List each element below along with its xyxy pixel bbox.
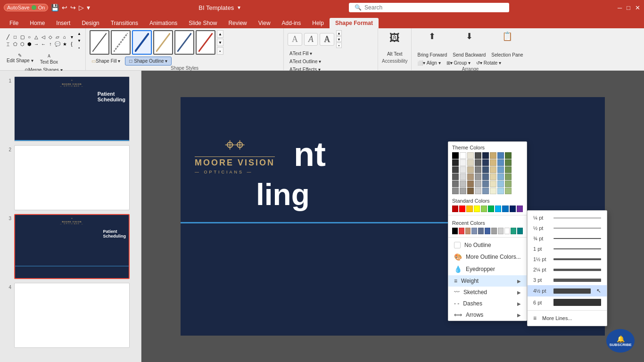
std-swatch-blue[interactable]: [502, 206, 508, 212]
bring-forward-btn[interactable]: ⬆ Bring Forward: [415, 30, 449, 58]
wordart-scroll-down[interactable]: ▼: [336, 36, 342, 42]
shapes-expand[interactable]: ▪: [76, 44, 83, 51]
no-outline-item[interactable]: No Outline: [448, 239, 527, 251]
recent-swatch-3[interactable]: [465, 228, 471, 234]
theme-swatch[interactable]: [452, 181, 459, 187]
theme-swatch[interactable]: [467, 181, 474, 187]
slide-thumb-4[interactable]: 4: [0, 281, 141, 350]
weight-1pt[interactable]: 1 pt: [528, 244, 607, 254]
shape-rect[interactable]: □: [12, 34, 18, 41]
more-outline-colors-item[interactable]: 🎨 More Outline Colors...: [448, 251, 527, 263]
theme-swatch[interactable]: [452, 188, 459, 194]
wordart-A2[interactable]: A: [304, 33, 318, 46]
std-swatch-yellow[interactable]: [474, 206, 480, 212]
weight-15pt[interactable]: 1½ pt: [528, 254, 607, 264]
tab-transitions[interactable]: Transitions: [105, 18, 144, 28]
theme-swatch[interactable]: [467, 159, 474, 166]
undo-icon[interactable]: ↩: [62, 4, 67, 11]
theme-swatch[interactable]: [497, 181, 504, 187]
theme-swatch[interactable]: [482, 159, 489, 166]
theme-swatch[interactable]: [460, 152, 466, 159]
shape-arrow-left[interactable]: ←: [40, 41, 47, 48]
shape-arrow-right[interactable]: →: [33, 41, 40, 48]
recent-swatch-6[interactable]: [485, 228, 490, 234]
dashes-item[interactable]: - - Dashes ▶: [448, 298, 527, 309]
theme-swatch[interactable]: [482, 181, 489, 187]
theme-swatch[interactable]: [467, 188, 474, 194]
theme-swatch[interactable]: [482, 152, 489, 159]
theme-swatch[interactable]: [475, 152, 481, 159]
theme-swatch[interactable]: [460, 159, 466, 166]
shape-chevron[interactable]: ⌶: [5, 41, 11, 48]
styles-scroll-up[interactable]: ▲: [217, 30, 223, 38]
shape-pentagon[interactable]: ⬠: [12, 41, 18, 48]
theme-swatch[interactable]: [497, 173, 504, 180]
shape-star[interactable]: ★: [61, 41, 68, 48]
styles-scroll-down[interactable]: ▼: [217, 39, 223, 46]
save-icon[interactable]: 💾: [51, 4, 59, 11]
std-swatch-red[interactable]: [459, 206, 465, 212]
theme-swatch[interactable]: [490, 159, 496, 166]
recent-swatch-11[interactable]: [517, 228, 523, 234]
redo-icon[interactable]: ↪: [70, 4, 76, 11]
tab-home[interactable]: Home: [24, 18, 50, 28]
recent-swatch-7[interactable]: [491, 228, 497, 234]
tab-insert[interactable]: Insert: [50, 18, 76, 28]
shape-hexagon[interactable]: ⬡: [19, 41, 25, 48]
slide-preview-2[interactable]: [14, 145, 130, 210]
weight-3pt[interactable]: 3 pt: [528, 275, 607, 285]
theme-swatch[interactable]: [475, 188, 481, 194]
align-btn[interactable]: ⬜ ▾ Align ▾: [415, 59, 442, 66]
group-btn[interactable]: ⊞ ▾ Group ▾: [445, 59, 472, 66]
autosave-toggle[interactable]: AutoSave On: [4, 4, 48, 11]
text-box-btn[interactable]: Ａ Text Box: [38, 52, 60, 66]
theme-swatch[interactable]: [497, 188, 504, 194]
shape-oval[interactable]: ○: [26, 34, 33, 41]
shape-line[interactable]: ╱: [5, 34, 11, 41]
theme-swatch[interactable]: [497, 159, 504, 166]
theme-swatch[interactable]: [505, 188, 512, 194]
shape-triangle[interactable]: △: [33, 34, 40, 41]
theme-swatch[interactable]: [460, 188, 466, 194]
search-bar[interactable]: 🔍: [349, 3, 509, 12]
recent-swatch-8[interactable]: [498, 228, 504, 234]
slide-preview-1[interactable]: ⌖ MOORE VISION — OPTICIANS — PatientSche…: [14, 76, 130, 141]
theme-swatch[interactable]: [490, 152, 496, 159]
style-sample-5[interactable]: [174, 30, 194, 55]
style-sample-diag2[interactable]: [111, 30, 131, 55]
recent-swatch-1[interactable]: [452, 228, 458, 234]
theme-swatch[interactable]: [505, 166, 512, 173]
slide-thumb-1[interactable]: 1 ⌖ MOORE VISION — OPTICIANS — PatientSc…: [0, 74, 141, 143]
shape-trapezoid[interactable]: ⌂: [61, 34, 68, 41]
recent-swatch-2[interactable]: [459, 228, 464, 234]
recent-swatch-10[interactable]: [511, 228, 516, 234]
wordart-scroll-up[interactable]: ▲: [336, 30, 342, 36]
theme-swatch[interactable]: [452, 159, 459, 166]
shape-rt-triangle[interactable]: ◁: [40, 34, 47, 41]
arrows-item[interactable]: ⟺ Arrows ▶: [448, 309, 527, 321]
rotate-btn[interactable]: ↺ ▾ Rotate ▾: [474, 59, 503, 66]
alt-text-btn[interactable]: 🖼 Alt Text: [382, 30, 407, 58]
std-swatch-green[interactable]: [488, 206, 494, 212]
theme-swatch[interactable]: [460, 173, 466, 180]
theme-swatch[interactable]: [475, 173, 481, 180]
selection-pane-btn[interactable]: 📋 Selection Pane: [489, 30, 525, 58]
more-lines-item[interactable]: ≡ More Lines...: [528, 313, 607, 324]
recent-swatch-9[interactable]: [504, 228, 510, 234]
slide-preview-4[interactable]: [14, 283, 130, 348]
wordart-expand[interactable]: ▪: [336, 42, 342, 48]
text-fill-btn[interactable]: A Text Fill ▾: [288, 50, 374, 57]
tab-slideshow[interactable]: Slide Show: [183, 18, 223, 28]
theme-swatch[interactable]: [505, 159, 512, 166]
sketched-item[interactable]: 〰 Sketched ▶: [448, 287, 527, 298]
maximize-icon[interactable]: □: [627, 4, 630, 11]
slide-thumb-3[interactable]: 3 ⌖ MOORE VISION — OPTICIANS — PatientSc…: [0, 212, 141, 281]
search-input[interactable]: [364, 4, 496, 11]
weight-225pt[interactable]: 2¼ pt: [528, 264, 607, 275]
theme-swatch[interactable]: [490, 181, 496, 187]
theme-swatch[interactable]: [505, 181, 512, 187]
std-swatch-lime[interactable]: [481, 206, 487, 212]
tab-animations[interactable]: Animations: [144, 18, 183, 28]
theme-swatch[interactable]: [467, 166, 474, 173]
theme-swatch[interactable]: [475, 166, 481, 173]
